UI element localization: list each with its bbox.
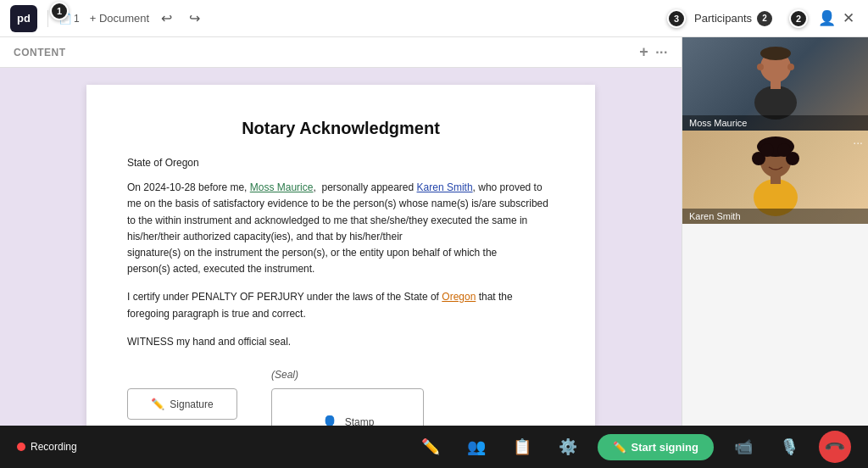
content-toolbar: CONTENT + ··· xyxy=(0,37,682,68)
stamp-area: 👤 Stamp Select xyxy=(271,388,424,426)
gear-icon: ⚙️ xyxy=(559,437,577,456)
start-signing-label: Start signing xyxy=(632,441,698,454)
add-document-label: + Document xyxy=(90,12,149,25)
mic-btn[interactable]: 🎙️ xyxy=(773,431,805,463)
svg-point-4 xyxy=(787,64,794,70)
people-icon: 👥 xyxy=(467,437,486,456)
camera-icon: 📹 xyxy=(734,437,753,456)
participant-name-0: Moss Maurice xyxy=(682,115,868,131)
end-call-btn[interactable]: 📞 xyxy=(819,431,851,463)
mic-icon: 🎙️ xyxy=(780,437,798,456)
state-name: Oregon xyxy=(442,291,476,303)
participant-avatar-0 xyxy=(733,42,818,126)
svg-point-13 xyxy=(777,143,791,157)
svg-point-3 xyxy=(757,64,764,70)
close-icon[interactable]: ✕ xyxy=(839,6,858,31)
add-document-btn[interactable]: + Document xyxy=(90,12,149,25)
signing-icon: ✏️ xyxy=(613,441,626,454)
start-signing-btn[interactable]: ✏️ Start signing xyxy=(598,434,714,460)
document-list-btn[interactable]: 📋 xyxy=(506,431,538,463)
pen-icon: ✏️ xyxy=(421,437,440,456)
stamp-icon: 👤 xyxy=(321,415,338,426)
top-bar: pd 📄 1 1 + Document ↩ ↪ 3 Participants 2… xyxy=(0,0,868,37)
signature-block: ✏️ Signature Select date 📅 Moss Maurice xyxy=(127,388,237,426)
document-scroll-area: Notary Acknowledgment State of Oregon On… xyxy=(0,68,682,426)
participant-name-1: Karen Smith xyxy=(682,209,868,224)
content-more-btn[interactable]: ··· xyxy=(655,45,668,60)
main-area: CONTENT + ··· Notary Acknowledgment Stat… xyxy=(0,37,868,426)
participants-btn[interactable]: 👥 xyxy=(460,431,492,463)
svg-point-5 xyxy=(760,47,791,60)
camera-btn[interactable]: 📹 xyxy=(727,431,760,463)
paragraph-3: WITNESS my hand and official seal. xyxy=(127,334,554,350)
recording-dot xyxy=(17,443,25,451)
stamp-button[interactable]: 👤 Stamp xyxy=(271,388,424,426)
callout-badge-1: 1 xyxy=(50,2,69,20)
svg-point-1 xyxy=(754,86,797,120)
header-right-controls: 2 👤 ✕ xyxy=(789,6,858,31)
page-count: 1 xyxy=(74,13,80,25)
document-list-icon: 📋 xyxy=(513,437,531,456)
participant-avatar-1 xyxy=(733,135,818,220)
participants-count: 2 xyxy=(757,11,772,26)
top-bar-divider xyxy=(47,10,48,27)
paragraph-1: On 2024-10-28 before me, Moss Maurice, p… xyxy=(127,180,554,277)
participant-card-0: Moss Maurice xyxy=(682,37,868,131)
svg-point-12 xyxy=(760,143,774,157)
pen-icon: ✏️ xyxy=(151,398,164,410)
signature-row: ✏️ Signature Select date 📅 Moss Maurice … xyxy=(127,367,554,426)
signature-label: Signature xyxy=(170,398,213,410)
document-page: Notary Acknowledgment State of Oregon On… xyxy=(86,85,595,426)
pen-tool-btn[interactable]: ✏️ xyxy=(415,431,447,463)
phone-icon: 📞 xyxy=(823,435,847,459)
stamp-section: (Seal) 👤 Stamp Select xyxy=(271,367,424,426)
add-participant-icon[interactable]: 👤 xyxy=(815,6,839,31)
callout-badge-3: 3 xyxy=(667,9,686,28)
participant-card-1: ··· xyxy=(682,131,868,224)
state-line: State of Oregon xyxy=(127,155,554,171)
undo-btn[interactable]: ↩ xyxy=(156,7,177,30)
svg-rect-2 xyxy=(771,81,781,89)
signature-button[interactable]: ✏️ Signature xyxy=(127,388,237,420)
notary-name: Moss Maurice xyxy=(250,181,314,193)
paragraph-2: I certify under PENALTY OF PERJURY under… xyxy=(127,289,554,321)
document-title: Notary Acknowledgment xyxy=(127,119,554,138)
document-panel: CONTENT + ··· Notary Acknowledgment Stat… xyxy=(0,37,682,426)
recording-indicator: Recording xyxy=(17,441,77,453)
document-body: State of Oregon On 2024-10-28 before me,… xyxy=(127,155,554,426)
svg-rect-8 xyxy=(771,176,781,184)
signer-appeared: Karen Smith xyxy=(417,181,473,193)
app-logo: pd xyxy=(10,5,37,32)
content-toolbar-label: CONTENT xyxy=(14,47,66,58)
participants-label: Participants xyxy=(694,12,752,25)
stamp-label: Stamp xyxy=(345,416,375,426)
settings-btn[interactable]: ⚙️ xyxy=(552,431,584,463)
seal-label: (Seal) xyxy=(271,367,424,383)
participants-section: 3 Participants 2 xyxy=(667,9,772,28)
right-panel-participants: Moss Maurice ··· xyxy=(682,37,868,426)
callout-badge-2: 2 xyxy=(789,9,808,28)
bottom-bar: Recording ✏️ 👥 📋 ⚙️ ✏️ Start signing 📹 🎙… xyxy=(0,426,868,468)
recording-label: Recording xyxy=(31,441,77,453)
content-add-btn[interactable]: + xyxy=(639,43,648,61)
redo-btn[interactable]: ↪ xyxy=(184,7,205,30)
